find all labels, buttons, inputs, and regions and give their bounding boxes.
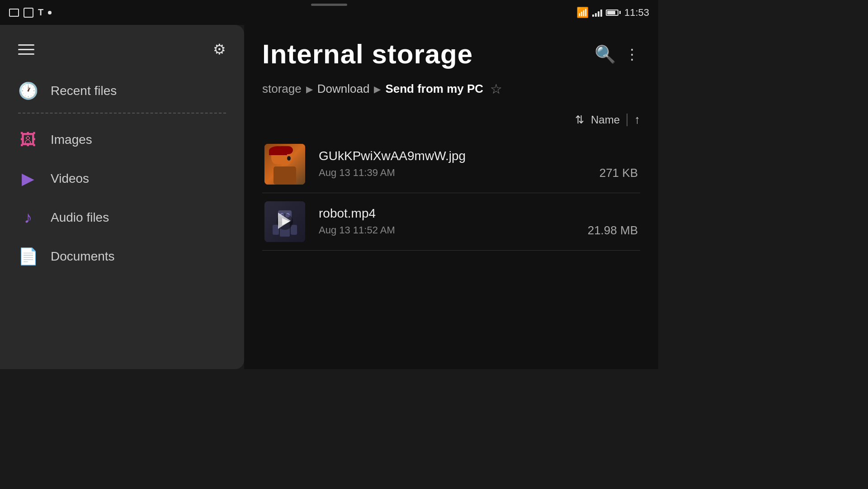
- screen-icon: [24, 8, 33, 18]
- time-display: 11:53: [624, 7, 649, 19]
- mp4-thumbnail-svg: [264, 201, 305, 242]
- sidebar-item-label: Recent files: [51, 84, 117, 98]
- signal-bar-3: [598, 11, 599, 17]
- file-size: 21.98 MB: [588, 223, 638, 237]
- breadcrumb-arrow-2: ▶: [374, 84, 381, 95]
- photo-icon: [9, 9, 19, 17]
- image-icon: 🖼: [18, 130, 38, 149]
- battery-body: [606, 9, 618, 16]
- star-icon[interactable]: ☆: [490, 81, 502, 97]
- status-bar: T 📶 11:53: [0, 0, 658, 25]
- header-actions: 🔍 ⋮: [594, 44, 640, 64]
- sidebar-item-recent-files[interactable]: 🕐 Recent files: [0, 71, 244, 110]
- signal-bars: [592, 9, 602, 17]
- search-icon[interactable]: 🔍: [594, 44, 616, 64]
- jpg-thumbnail-svg: [264, 144, 305, 185]
- main-layout: ⚙ 🕐 Recent files 🖼 Images ▶ Videos ♪ Aud…: [0, 25, 658, 369]
- svg-rect-12: [291, 225, 297, 235]
- file-info: GUkKPwiXwAA9mwW.jpg Aug 13 11:39 AM 271 …: [319, 149, 638, 180]
- content-area: Internal storage 🔍 ⋮ storage ▶ Download …: [244, 25, 658, 369]
- svg-rect-11: [273, 225, 279, 235]
- menu-icon[interactable]: [18, 44, 34, 55]
- svg-rect-4: [274, 166, 296, 185]
- sidebar-divider: [18, 113, 226, 114]
- sidebar-header: ⚙: [0, 34, 244, 71]
- sidebar: ⚙ 🕐 Recent files 🖼 Images ▶ Videos ♪ Aud…: [0, 25, 244, 369]
- sidebar-item-label: Documents: [51, 249, 115, 264]
- breadcrumb-current[interactable]: Send from my PC: [385, 82, 483, 96]
- svg-point-13: [280, 213, 284, 218]
- dot-icon: [48, 11, 52, 14]
- sidebar-item-label: Videos: [51, 171, 89, 186]
- file-size: 271 KB: [599, 166, 638, 180]
- svg-rect-3: [277, 146, 293, 154]
- battery-icon: [606, 9, 621, 16]
- svg-point-14: [285, 213, 290, 218]
- sort-icon[interactable]: ⇅: [575, 114, 584, 126]
- clock-icon: 🕐: [18, 81, 38, 100]
- sidebar-item-videos[interactable]: ▶ Videos: [0, 159, 244, 198]
- breadcrumb-arrow-1: ▶: [306, 84, 313, 95]
- sidebar-item-audio-files[interactable]: ♪ Audio files: [0, 198, 244, 237]
- sort-label[interactable]: Name: [591, 114, 620, 126]
- sidebar-item-label: Images: [51, 133, 92, 147]
- sort-divider: [627, 114, 627, 126]
- breadcrumb-download[interactable]: Download: [317, 82, 370, 96]
- file-item[interactable]: robot.mp4 Aug 13 11:52 AM 21.98 MB: [262, 193, 640, 251]
- sort-bar: ⇅ Name ↑: [262, 113, 640, 127]
- signal-bar-4: [600, 9, 602, 17]
- file-date: Aug 13 11:39 AM: [319, 167, 395, 179]
- sidebar-item-label: Audio files: [51, 210, 109, 225]
- file-name: robot.mp4: [319, 206, 638, 221]
- breadcrumb-storage[interactable]: storage: [262, 82, 302, 96]
- drag-handle: [311, 4, 347, 6]
- file-thumbnail-jpg: [264, 144, 305, 185]
- svg-rect-9: [278, 210, 292, 222]
- battery-tip: [619, 11, 621, 14]
- more-options-icon[interactable]: ⋮: [625, 46, 640, 63]
- battery-fill: [607, 11, 615, 14]
- settings-icon[interactable]: ⚙: [213, 41, 226, 58]
- file-thumbnail-mp4: [264, 201, 305, 242]
- status-bar-right: 📶 11:53: [576, 7, 649, 19]
- document-icon: 📄: [18, 247, 38, 266]
- tesla-icon: T: [38, 7, 43, 18]
- video-icon: ▶: [18, 169, 38, 188]
- svg-point-6: [287, 156, 291, 161]
- file-date: Aug 13 11:52 AM: [319, 224, 395, 236]
- svg-marker-16: [282, 218, 290, 225]
- signal-bar-2: [595, 13, 597, 17]
- content-header: Internal storage 🔍 ⋮: [262, 34, 640, 74]
- sidebar-item-images[interactable]: 🖼 Images: [0, 120, 244, 159]
- file-item[interactable]: GUkKPwiXwAA9mwW.jpg Aug 13 11:39 AM 271 …: [262, 136, 640, 193]
- wifi-icon: 📶: [576, 7, 589, 19]
- breadcrumb: storage ▶ Download ▶ Send from my PC ☆: [262, 79, 640, 99]
- file-meta-row: Aug 13 11:39 AM 271 KB: [319, 166, 638, 180]
- file-list: GUkKPwiXwAA9mwW.jpg Aug 13 11:39 AM 271 …: [262, 136, 640, 251]
- svg-point-15: [277, 214, 293, 230]
- file-meta-row: Aug 13 11:52 AM 21.98 MB: [319, 223, 638, 237]
- signal-bar-1: [592, 14, 594, 17]
- music-icon: ♪: [18, 208, 38, 227]
- svg-point-5: [279, 156, 283, 161]
- page-title: Internal storage: [262, 38, 473, 70]
- sort-direction-icon[interactable]: ↑: [634, 113, 640, 127]
- file-info: robot.mp4 Aug 13 11:52 AM 21.98 MB: [319, 206, 638, 237]
- file-name: GUkKPwiXwAA9mwW.jpg: [319, 149, 638, 163]
- status-bar-left: T: [9, 7, 52, 18]
- sidebar-item-documents[interactable]: 📄 Documents: [0, 237, 244, 276]
